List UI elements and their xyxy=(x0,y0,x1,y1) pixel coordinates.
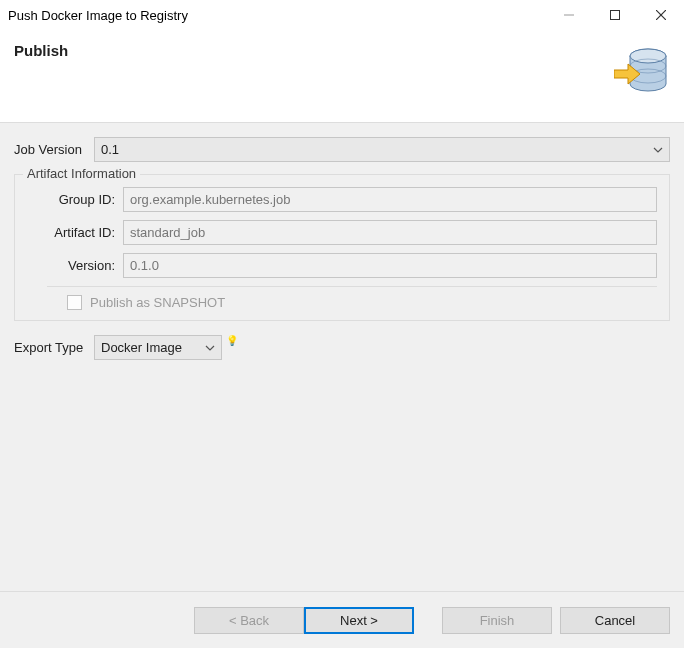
snapshot-checkbox[interactable] xyxy=(67,295,82,310)
minimize-icon xyxy=(564,10,574,20)
artifact-info-group: Artifact Information Group ID: org.examp… xyxy=(14,174,670,321)
export-type-select[interactable]: Docker Image xyxy=(94,335,222,360)
close-icon xyxy=(656,10,666,20)
job-version-value: 0.1 xyxy=(101,142,119,157)
publish-database-icon xyxy=(614,42,670,98)
snapshot-row: Publish as SNAPSHOT xyxy=(27,295,657,310)
hint-bulb-icon: 💡 xyxy=(226,335,238,346)
wizard-subtitle: Publish xyxy=(14,42,614,59)
version-label: Version: xyxy=(47,258,123,273)
group-id-row: Group ID: org.example.kubernetes.job xyxy=(27,187,657,212)
artifact-id-field: standard_job xyxy=(123,220,657,245)
svg-rect-1 xyxy=(611,11,620,20)
version-field: 0.1.0 xyxy=(123,253,657,278)
window-title: Push Docker Image to Registry xyxy=(8,8,546,23)
wizard-content: Job Version 0.1 Artifact Information Gro… xyxy=(0,123,684,591)
titlebar: Push Docker Image to Registry xyxy=(0,0,684,30)
maximize-icon xyxy=(610,10,620,20)
artifact-id-label: Artifact ID: xyxy=(47,225,123,240)
job-version-row: Job Version 0.1 xyxy=(14,137,670,162)
finish-button[interactable]: Finish xyxy=(442,607,552,634)
export-type-row: Export Type Docker Image 💡 xyxy=(14,335,670,360)
version-row: Version: 0.1.0 xyxy=(27,253,657,278)
artifact-id-row: Artifact ID: standard_job xyxy=(27,220,657,245)
snapshot-label: Publish as SNAPSHOT xyxy=(90,295,225,310)
close-button[interactable] xyxy=(638,0,684,30)
export-type-label: Export Type xyxy=(14,340,94,355)
job-version-label: Job Version xyxy=(14,142,94,157)
artifact-id-value: standard_job xyxy=(130,225,205,240)
wizard-button-bar: < Back Next > Finish Cancel xyxy=(0,591,684,648)
chevron-down-icon xyxy=(653,147,663,153)
chevron-down-icon xyxy=(205,345,215,351)
export-type-value: Docker Image xyxy=(101,340,182,355)
artifact-info-legend: Artifact Information xyxy=(23,166,140,181)
nav-button-group: < Back Next > xyxy=(194,607,414,634)
job-version-select[interactable]: 0.1 xyxy=(94,137,670,162)
version-value: 0.1.0 xyxy=(130,258,159,273)
group-id-label: Group ID: xyxy=(47,192,123,207)
group-id-value: org.example.kubernetes.job xyxy=(130,192,290,207)
minimize-button[interactable] xyxy=(546,0,592,30)
back-button[interactable]: < Back xyxy=(194,607,304,634)
artifact-divider xyxy=(47,286,657,287)
group-id-field: org.example.kubernetes.job xyxy=(123,187,657,212)
maximize-button[interactable] xyxy=(592,0,638,30)
wizard-banner: Publish xyxy=(0,30,684,123)
next-button[interactable]: Next > xyxy=(304,607,414,634)
cancel-button[interactable]: Cancel xyxy=(560,607,670,634)
